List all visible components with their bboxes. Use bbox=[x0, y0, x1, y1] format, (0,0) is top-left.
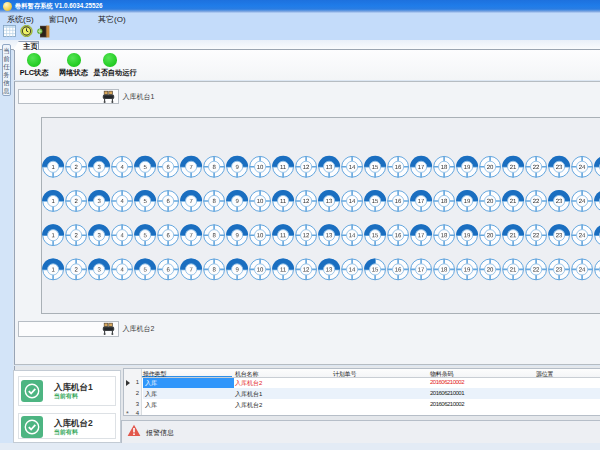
svg-text:18: 18 bbox=[440, 266, 447, 272]
svg-text:17: 17 bbox=[417, 163, 424, 169]
svg-text:15: 15 bbox=[371, 266, 378, 272]
svg-text:24: 24 bbox=[578, 232, 585, 238]
svg-text:14: 14 bbox=[348, 198, 355, 204]
svg-text:19: 19 bbox=[463, 163, 470, 169]
svg-text:16: 16 bbox=[394, 266, 401, 272]
svg-text:16: 16 bbox=[394, 163, 401, 169]
svg-text:24: 24 bbox=[578, 198, 585, 204]
svg-text:12: 12 bbox=[302, 198, 309, 204]
svg-text:13: 13 bbox=[325, 232, 332, 238]
svg-text:14: 14 bbox=[348, 266, 355, 272]
svg-text:13: 13 bbox=[325, 266, 332, 272]
svg-text:16: 16 bbox=[394, 232, 401, 238]
svg-text:10: 10 bbox=[256, 232, 263, 238]
svg-text:22: 22 bbox=[532, 266, 539, 272]
svg-text:24: 24 bbox=[578, 266, 585, 272]
svg-text:11: 11 bbox=[279, 198, 286, 204]
svg-text:21: 21 bbox=[509, 198, 516, 204]
svg-text:16: 16 bbox=[394, 198, 401, 204]
svg-text:22: 22 bbox=[532, 232, 539, 238]
svg-text:11: 11 bbox=[279, 232, 286, 238]
svg-text:17: 17 bbox=[417, 198, 424, 204]
svg-text:19: 19 bbox=[463, 232, 470, 238]
svg-text:23: 23 bbox=[555, 163, 562, 169]
svg-text:23: 23 bbox=[555, 198, 562, 204]
svg-text:12: 12 bbox=[302, 266, 309, 272]
svg-text:21: 21 bbox=[509, 163, 516, 169]
svg-text:14: 14 bbox=[348, 163, 355, 169]
svg-text:20: 20 bbox=[486, 232, 493, 238]
svg-text:11: 11 bbox=[279, 163, 286, 169]
svg-text:19: 19 bbox=[463, 266, 470, 272]
svg-text:19: 19 bbox=[463, 198, 470, 204]
svg-text:17: 17 bbox=[417, 266, 424, 272]
svg-text:21: 21 bbox=[509, 266, 516, 272]
svg-text:22: 22 bbox=[532, 198, 539, 204]
svg-text:18: 18 bbox=[440, 232, 447, 238]
svg-text:10: 10 bbox=[256, 163, 263, 169]
svg-text:18: 18 bbox=[440, 198, 447, 204]
svg-text:14: 14 bbox=[348, 232, 355, 238]
svg-text:13: 13 bbox=[325, 198, 332, 204]
svg-text:18: 18 bbox=[440, 163, 447, 169]
svg-text:13: 13 bbox=[325, 163, 332, 169]
svg-text:12: 12 bbox=[302, 232, 309, 238]
svg-text:11: 11 bbox=[279, 266, 286, 272]
svg-text:15: 15 bbox=[371, 232, 378, 238]
svg-text:23: 23 bbox=[555, 232, 562, 238]
svg-text:23: 23 bbox=[555, 266, 562, 272]
svg-text:24: 24 bbox=[578, 163, 585, 169]
svg-text:21: 21 bbox=[509, 232, 516, 238]
svg-text:20: 20 bbox=[486, 163, 493, 169]
svg-text:10: 10 bbox=[256, 266, 263, 272]
svg-text:17: 17 bbox=[417, 232, 424, 238]
svg-text:15: 15 bbox=[371, 198, 378, 204]
svg-text:22: 22 bbox=[532, 163, 539, 169]
svg-text:20: 20 bbox=[486, 266, 493, 272]
svg-text:20: 20 bbox=[486, 198, 493, 204]
svg-text:15: 15 bbox=[371, 163, 378, 169]
svg-text:12: 12 bbox=[302, 163, 309, 169]
svg-text:10: 10 bbox=[256, 198, 263, 204]
